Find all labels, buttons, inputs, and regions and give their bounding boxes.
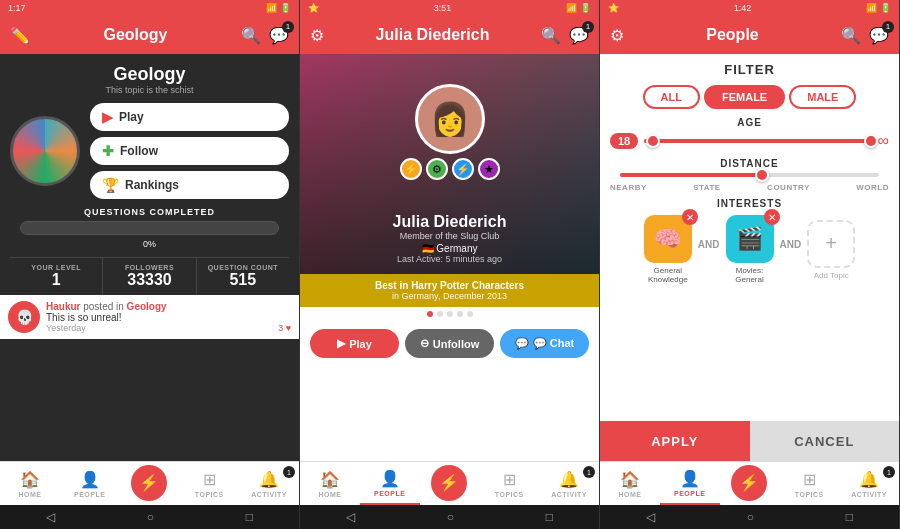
follow-button[interactable]: ✚ Follow: [90, 137, 289, 165]
nav-topics-3[interactable]: ⊞ TOPICS: [779, 462, 839, 505]
header-actions-2: 🔍 💬 1: [541, 26, 589, 45]
recent-btn-3[interactable]: □: [846, 510, 853, 524]
recent-btn-2[interactable]: □: [546, 510, 553, 524]
back-btn-1[interactable]: ◁: [46, 510, 55, 524]
lightning-btn-2[interactable]: ⚡: [431, 465, 467, 501]
cancel-button[interactable]: CANCEL: [750, 421, 900, 461]
filter-icon-3[interactable]: ⚙: [610, 26, 624, 45]
gender-all-btn[interactable]: ALL: [643, 85, 700, 109]
screen-profile: ⭐ 3:51 📶🔋 ⚙ Julia Diederich 🔍 💬 1 👩 ⚡ ⚙ …: [300, 0, 600, 529]
home-btn-1[interactable]: ○: [147, 510, 154, 524]
level-value: 1: [14, 271, 98, 289]
post-text: This is so unreal!: [46, 312, 291, 323]
back-btn-2[interactable]: ◁: [346, 510, 355, 524]
back-btn-3[interactable]: ◁: [646, 510, 655, 524]
spacer: [600, 290, 899, 421]
remove-brain-btn[interactable]: ✕: [682, 209, 698, 225]
age-track[interactable]: [644, 139, 871, 143]
nav-home-2[interactable]: 🏠 HOME: [300, 462, 360, 505]
post-content: Haukur posted in Geology This is so unre…: [46, 301, 291, 333]
rankings-button[interactable]: 🏆 Rankings: [90, 171, 289, 199]
nav-activity-1[interactable]: 1 🔔 ACTIVITY: [239, 462, 299, 505]
add-topic-icon[interactable]: +: [807, 220, 855, 268]
age-handle-min[interactable]: [646, 134, 660, 148]
chat-icon-3[interactable]: 💬 1: [869, 26, 889, 45]
gender-filter: ALL FEMALE MALE: [600, 81, 899, 113]
stats-row: YOUR LEVEL 1 FOLLOWERS 33330 QUESTION CO…: [10, 257, 289, 295]
follow-icon: ✚: [102, 143, 114, 159]
gender-female-btn[interactable]: FEMALE: [704, 85, 785, 109]
remove-film-btn[interactable]: ✕: [764, 209, 780, 225]
film-icon[interactable]: 🎬 ✕: [726, 215, 774, 263]
profile-hero: 👩 ⚡ ⚙ ⚡ ★ Julia Diederich Member of the …: [300, 54, 599, 274]
activity-label-3: ACTIVITY: [851, 491, 887, 498]
chat-badge-3: 1: [882, 21, 894, 33]
profile-name: Julia Diederich: [300, 213, 599, 231]
activity-icon-2: 🔔: [559, 470, 579, 489]
home-icon-2: 🏠: [320, 470, 340, 489]
home-btn-2[interactable]: ○: [447, 510, 454, 524]
unfollow-button[interactable]: ⊖ Unfollow: [405, 329, 494, 358]
chat-icon-2[interactable]: 💬 1: [569, 26, 589, 45]
add-topic-badge: + Add Topic: [807, 220, 855, 280]
lightning-btn-3[interactable]: ⚡: [731, 465, 767, 501]
nav-activity-3[interactable]: 1 🔔 ACTIVITY: [839, 462, 899, 505]
play-button-2[interactable]: ▶ Play: [310, 329, 399, 358]
nav-people-2[interactable]: 👤 PEOPLE: [360, 462, 420, 505]
nav-people-1[interactable]: 👤 PEOPLE: [60, 462, 120, 505]
nav-topics-2[interactable]: ⊞ TOPICS: [479, 462, 539, 505]
nav-activity-2[interactable]: 1 🔔 ACTIVITY: [539, 462, 599, 505]
bottom-nav-1: 🏠 HOME 👤 PEOPLE ⚡ ⊞ TOPICS 1 🔔 ACTIVITY: [0, 461, 299, 505]
chat-icon-1[interactable]: 💬 1: [269, 26, 289, 45]
best-sub: in Germany, December 2013: [306, 291, 593, 301]
nav-people-3[interactable]: 👤 PEOPLE: [660, 462, 720, 505]
search-icon-3[interactable]: 🔍: [841, 26, 861, 45]
badge-3: ⚡: [452, 158, 474, 180]
play-button[interactable]: ▶ Play: [90, 103, 289, 131]
activity-label-2: ACTIVITY: [551, 491, 587, 498]
followers-value: 33330: [107, 271, 191, 289]
nav-topics-1[interactable]: ⊞ TOPICS: [179, 462, 239, 505]
nav-home-3[interactable]: 🏠 HOME: [600, 462, 660, 505]
chat-button[interactable]: 💬 💬 Chat: [500, 329, 589, 358]
home-btn-3[interactable]: ○: [747, 510, 754, 524]
nav-center-2[interactable]: ⚡: [420, 462, 480, 505]
geology-subtitle: This topic is the schist: [105, 85, 193, 95]
level-label: YOUR LEVEL: [14, 264, 98, 271]
profile-active: Last Active: 5 minutes ago: [300, 254, 599, 264]
post-item: 💀 Haukur posted in Geology This is so un…: [0, 295, 299, 339]
nav-center-1[interactable]: ⚡: [120, 462, 180, 505]
settings-icon-2[interactable]: ⚙: [310, 26, 324, 45]
recent-btn-1[interactable]: □: [246, 510, 253, 524]
status-bar-1: 1:17 📶🔋: [0, 0, 299, 16]
avatar-container: 👩 ⚡ ⚙ ⚡ ★: [400, 84, 500, 180]
progress-section: QUESTIONS COMPLETED 0%: [10, 207, 289, 249]
apply-button[interactable]: APPLY: [600, 421, 750, 461]
nav-home-1[interactable]: 🏠 HOME: [0, 462, 60, 505]
distance-handle[interactable]: [755, 168, 769, 182]
play-icon-2: ▶: [337, 337, 345, 350]
search-icon-2[interactable]: 🔍: [541, 26, 561, 45]
dist-country: COUNTRY: [767, 183, 810, 192]
plus-icon: +: [825, 232, 837, 255]
gender-male-btn[interactable]: MALE: [789, 85, 856, 109]
followers-label: FOLLOWERS: [107, 264, 191, 271]
geology-mid: ▶ Play ✚ Follow 🏆 Rankings: [10, 103, 289, 199]
android-nav-3: ◁ ○ □: [600, 505, 899, 529]
age-handle-max[interactable]: [864, 134, 878, 148]
badge-1: ⚡: [400, 158, 422, 180]
play-icon: ▶: [102, 109, 113, 125]
distance-track[interactable]: [620, 173, 879, 177]
edit-icon[interactable]: ✏️: [10, 26, 30, 45]
activity-label-1: ACTIVITY: [251, 491, 287, 498]
search-icon-1[interactable]: 🔍: [241, 26, 261, 45]
post-action: posted in: [83, 301, 126, 312]
progress-value: 0%: [10, 239, 289, 249]
filter-body: FILTER ALL FEMALE MALE AGE 18 ∞ DISTANCE…: [600, 54, 899, 461]
profile-badges: ⚡ ⚙ ⚡ ★: [400, 158, 500, 180]
nav-center-3[interactable]: ⚡: [720, 462, 780, 505]
brain-icon[interactable]: 🧠 ✕: [644, 215, 692, 263]
lightning-btn-1[interactable]: ⚡: [131, 465, 167, 501]
activity-badge-2: 1: [583, 466, 595, 478]
lightning-icon-1: ⚡: [139, 473, 159, 492]
